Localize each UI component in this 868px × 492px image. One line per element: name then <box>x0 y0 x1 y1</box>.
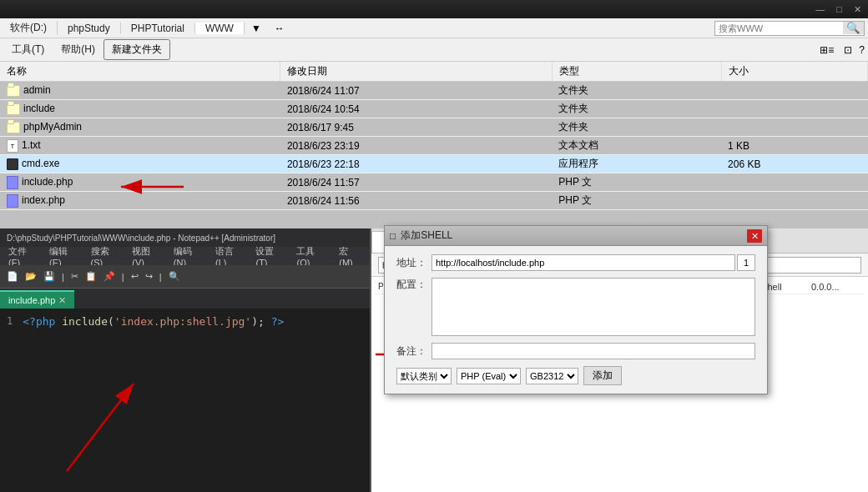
cell-type: 文件夹 <box>552 100 721 118</box>
address-input[interactable] <box>431 254 735 271</box>
toolbar-icon-new[interactable]: 📄 <box>3 269 22 284</box>
cell-name: index.php <box>0 192 280 210</box>
table-row[interactable]: admin 2018/6/24 11:07 文件夹 <box>0 82 868 100</box>
toolbar-icon-save[interactable]: 💾 <box>40 269 58 284</box>
search-input[interactable] <box>715 23 843 33</box>
close-btn[interactable]: ✕ <box>850 3 865 16</box>
editor-tab-close[interactable]: ✕ <box>58 295 66 306</box>
cell-size <box>721 82 867 100</box>
table-row[interactable]: include 2018/6/24 10:54 文件夹 <box>0 100 868 118</box>
cell-size: 206 KB <box>721 155 867 173</box>
file-manager: 名称 修改日期 类型 大小 admin 2018/6/24 11:07 文件夹 … <box>0 62 868 228</box>
php-paren-open: ( <box>108 315 114 328</box>
search-bar: 🔍 <box>714 21 865 36</box>
cell-date: 2018/6/23 23:19 <box>280 137 552 155</box>
browser-panel: 🖥 localhost + http://localhost/admin/she… <box>371 228 868 492</box>
php-string: 'index.php:shell.jpg' <box>114 315 251 328</box>
cell-date: 2018/6/24 11:57 <box>280 173 552 192</box>
help-icon[interactable]: ? <box>859 44 865 56</box>
minimize-btn[interactable]: — <box>812 3 828 15</box>
table-row[interactable]: include.php 2018/6/24 11:57 PHP 文 <box>0 173 868 192</box>
back-arrow[interactable]: ↔ <box>268 23 291 34</box>
encoding-select[interactable]: GB2312 <box>526 368 578 384</box>
menu-bar: 软件(D:) phpStudy PHPTutorial WWW ▼ ↔ 🔍 <box>0 18 868 38</box>
category-select[interactable]: 默认类别 <box>396 368 452 384</box>
code-content[interactable]: <?php include('index.php:shell.jpg'); ?> <box>23 315 284 489</box>
line-num-1: 1 <box>7 315 13 327</box>
window-controls: — □ ✕ <box>812 3 865 16</box>
config-row: 配置： <box>396 278 755 336</box>
toolbar-icon-open[interactable]: 📂 <box>22 269 40 284</box>
dialog-body: 地址： 配置： 备注： <box>385 246 767 394</box>
cell-name: cmd.exe <box>0 155 280 173</box>
note-input[interactable] <box>431 343 755 359</box>
dialog-title-text: 添加SHELL <box>401 228 452 243</box>
cell-type: PHP 文 <box>552 173 721 192</box>
toolbar-icon-copy[interactable]: 📋 <box>82 269 100 284</box>
toolbar-sep2: | <box>119 270 128 284</box>
table-row[interactable]: cmd.exe 2018/6/23 22:18 应用程序 206 KB <box>0 155 868 173</box>
dropdown-arrow[interactable]: ▼ <box>245 23 268 34</box>
panel-toggle-icon[interactable]: ⊡ <box>840 43 855 58</box>
menu-tabs: 软件(D:) phpStudy PHPTutorial WWW ▼ ↔ <box>0 21 714 35</box>
dialog-title-bar: □ 添加SHELL ✕ <box>385 226 767 246</box>
cell-date: 2018/6/23 22:18 <box>280 155 552 173</box>
code-area: 1 <?php include('index.php:shell.jpg'); … <box>0 309 370 492</box>
add-shell-dialog: □ 添加SHELL ✕ 地址： 配置： <box>384 225 768 394</box>
cell-size: 1 KB <box>721 137 867 155</box>
notepad-toolbar: 📄 📂 💾 | ✂ 📋 📌 | ↩ ↪ | 🔍 <box>0 265 370 289</box>
table-row[interactable]: T1.txt 2018/6/23 23:19 文本文档 1 KB <box>0 137 868 155</box>
menu-tab-phptutorial[interactable]: PHPTutorial <box>121 23 195 34</box>
cell-date: 2018/6/24 11:07 <box>280 82 552 100</box>
cell-size <box>721 118 867 137</box>
new-folder-button[interactable]: 新建文件夹 <box>103 39 170 60</box>
config-textarea[interactable] <box>431 278 755 336</box>
main-container: — □ ✕ 软件(D:) phpStudy PHPTutorial WWW ▼ … <box>0 0 868 492</box>
file-manager-toolbar: 工具(T) 帮助(H) 新建文件夹 ⊞≡ ⊡ ? <box>0 38 868 62</box>
menu-tab-www[interactable]: WWW <box>195 23 245 34</box>
toolbar-icon-find[interactable]: 🔍 <box>165 269 184 284</box>
dialog-close-button[interactable]: ✕ <box>747 229 762 243</box>
menu-tab-software[interactable]: 软件(D:) <box>0 21 58 35</box>
search-button[interactable]: 🔍 <box>843 22 864 34</box>
php-type-select[interactable]: PHP (Eval) <box>457 368 521 384</box>
tools-menu[interactable]: 工具(T) <box>3 38 53 61</box>
view-toggle-icon[interactable]: ⊞≡ <box>816 43 837 58</box>
col-shell: shell <box>763 282 805 292</box>
help-menu[interactable]: 帮助(H) <box>53 38 103 61</box>
cell-type: 应用程序 <box>552 155 721 173</box>
lower-area: D:\phpStudy\PHPTutorial\WWW\include.php … <box>0 228 868 492</box>
cell-type: PHP 文 <box>552 192 721 210</box>
toolbar-icon-cut[interactable]: ✂ <box>68 269 82 284</box>
cell-type: 文件夹 <box>552 118 721 137</box>
col-name: 名称 <box>0 62 280 82</box>
cell-name: T1.txt <box>0 137 280 155</box>
add-button[interactable]: 添加 <box>583 366 622 385</box>
dialog-title-icon: □ <box>390 230 396 242</box>
cell-date: 2018/6/24 11:56 <box>280 192 552 210</box>
notepad-menubar: 文件(F) 编辑(E) 搜索(S) 视图(V) 编码(N) 语言(L) 设置(T… <box>0 247 370 265</box>
menu-tab-phpstudy[interactable]: phpStudy <box>58 23 121 34</box>
table-row[interactable]: index.php 2018/6/24 11:56 PHP 文 <box>0 192 868 210</box>
toolbar-sep3: | <box>156 270 165 284</box>
file-table: 名称 修改日期 类型 大小 admin 2018/6/24 11:07 文件夹 … <box>0 62 868 228</box>
cell-name: phpMyAdmin <box>0 118 280 137</box>
address-right-input[interactable] <box>737 254 755 271</box>
cell-name: include.php <box>0 173 280 192</box>
toolbar-icon-undo[interactable]: ↩ <box>128 269 142 284</box>
table-row[interactable]: phpMyAdmin 2018/6/17 9:45 文件夹 <box>0 118 868 137</box>
config-label: 配置： <box>396 278 426 292</box>
toolbar-icon-redo[interactable]: ↪ <box>142 269 156 284</box>
maximize-btn[interactable]: □ <box>833 3 845 15</box>
toolbar-icon-paste[interactable]: 📌 <box>100 269 119 284</box>
notepad-title: D:\phpStudy\PHPTutorial\WWW\include.php … <box>7 233 275 243</box>
cell-type: 文本文档 <box>552 137 721 155</box>
editor-tab[interactable]: include.php ✕ <box>0 290 74 309</box>
line-numbers: 1 <box>7 315 13 489</box>
col-type: 类型 <box>552 62 721 82</box>
note-row: 备注： <box>396 343 755 359</box>
php-close-tag: ?> <box>265 315 284 328</box>
php-open-tag: <?php <box>23 315 62 328</box>
editor-tab-name: include.php <box>8 295 55 305</box>
cell-size <box>721 173 867 192</box>
